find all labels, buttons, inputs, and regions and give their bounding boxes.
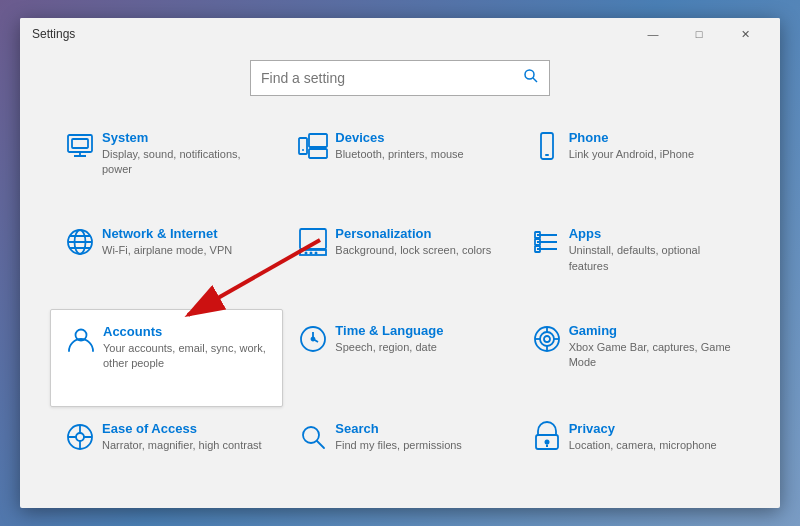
setting-item-apps[interactable]: Apps Uninstall, defaults, optional featu…	[517, 212, 750, 308]
setting-title-time: Time & Language	[335, 323, 506, 338]
setting-desc-phone: Link your Android, iPhone	[569, 147, 740, 162]
setting-item-devices[interactable]: Devices Bluetooth, printers, mouse	[283, 116, 516, 212]
time-icon	[291, 323, 335, 355]
ease-icon	[58, 421, 102, 453]
title-bar: Settings — □ ✕	[20, 18, 780, 50]
setting-title-apps: Apps	[569, 226, 740, 241]
setting-desc-time: Speech, region, date	[335, 340, 506, 355]
search-input[interactable]	[261, 70, 523, 86]
search-setting-icon	[291, 421, 335, 453]
setting-item-accounts[interactable]: Accounts Your accounts, email, sync, wor…	[50, 309, 283, 407]
svg-rect-8	[309, 149, 327, 158]
svg-point-49	[544, 440, 549, 445]
setting-title-search: Search	[335, 421, 506, 436]
setting-title-gaming: Gaming	[569, 323, 740, 338]
network-icon	[58, 226, 102, 258]
setting-item-privacy[interactable]: Privacy Location, camera, microphone	[517, 407, 750, 488]
gaming-icon	[525, 323, 569, 355]
minimize-button[interactable]: —	[630, 18, 676, 50]
setting-item-personalization[interactable]: Personalization Background, lock screen,…	[283, 212, 516, 308]
setting-item-ease[interactable]: Ease of Access Narrator, magnifier, high…	[50, 407, 283, 488]
svg-rect-5	[72, 139, 88, 148]
setting-title-privacy: Privacy	[569, 421, 740, 436]
apps-icon	[525, 226, 569, 258]
search-bar-container	[50, 60, 750, 96]
svg-point-0	[525, 70, 534, 79]
svg-point-32	[312, 337, 315, 340]
setting-item-phone[interactable]: Phone Link your Android, iPhone	[517, 116, 750, 212]
setting-desc-apps: Uninstall, defaults, optional features	[569, 243, 740, 274]
svg-rect-7	[309, 134, 327, 147]
svg-rect-6	[299, 138, 307, 154]
devices-icon	[291, 130, 335, 162]
setting-desc-privacy: Location, camera, microphone	[569, 438, 740, 453]
svg-line-1	[533, 78, 537, 82]
setting-desc-ease: Narrator, magnifier, high contrast	[102, 438, 273, 453]
setting-desc-search: Find my files, permissions	[335, 438, 506, 453]
search-icon	[523, 68, 539, 88]
main-content: System Display, sound, notifications, po…	[20, 50, 780, 508]
setting-desc-personalization: Background, lock screen, colors	[335, 243, 506, 258]
setting-item-network[interactable]: Network & Internet Wi-Fi, airplane mode,…	[50, 212, 283, 308]
setting-title-devices: Devices	[335, 130, 506, 145]
setting-title-personalization: Personalization	[335, 226, 506, 241]
setting-title-network: Network & Internet	[102, 226, 273, 241]
setting-item-gaming[interactable]: Gaming Xbox Game Bar, captures, Game Mod…	[517, 309, 750, 407]
setting-item-system[interactable]: System Display, sound, notifications, po…	[50, 116, 283, 212]
setting-desc-network: Wi-Fi, airplane mode, VPN	[102, 243, 273, 258]
svg-rect-17	[300, 229, 326, 249]
search-bar[interactable]	[250, 60, 550, 96]
system-icon	[58, 130, 102, 162]
setting-desc-devices: Bluetooth, printers, mouse	[335, 147, 506, 162]
setting-title-phone: Phone	[569, 130, 740, 145]
svg-rect-18	[300, 250, 326, 255]
window-controls: — □ ✕	[630, 18, 768, 50]
svg-point-34	[540, 332, 554, 346]
personalization-icon	[291, 226, 335, 258]
window-title: Settings	[32, 27, 630, 41]
setting-item-search[interactable]: Search Find my files, permissions	[283, 407, 516, 488]
close-button[interactable]: ✕	[722, 18, 768, 50]
setting-desc-accounts: Your accounts, email, sync, work, other …	[103, 341, 272, 372]
setting-desc-gaming: Xbox Game Bar, captures, Game Mode	[569, 340, 740, 371]
settings-grid: System Display, sound, notifications, po…	[50, 116, 750, 488]
svg-line-47	[317, 441, 324, 448]
setting-desc-system: Display, sound, notifications, power	[102, 147, 273, 178]
maximize-button[interactable]: □	[676, 18, 722, 50]
setting-item-time[interactable]: Time & Language Speech, region, date	[283, 309, 516, 407]
phone-icon	[525, 130, 569, 162]
setting-title-accounts: Accounts	[103, 324, 272, 339]
setting-title-ease: Ease of Access	[102, 421, 273, 436]
privacy-icon	[525, 421, 569, 453]
setting-title-system: System	[102, 130, 273, 145]
svg-point-41	[76, 433, 84, 441]
accounts-icon	[59, 324, 103, 356]
svg-point-35	[544, 336, 550, 342]
settings-window: Settings — □ ✕	[20, 18, 780, 508]
